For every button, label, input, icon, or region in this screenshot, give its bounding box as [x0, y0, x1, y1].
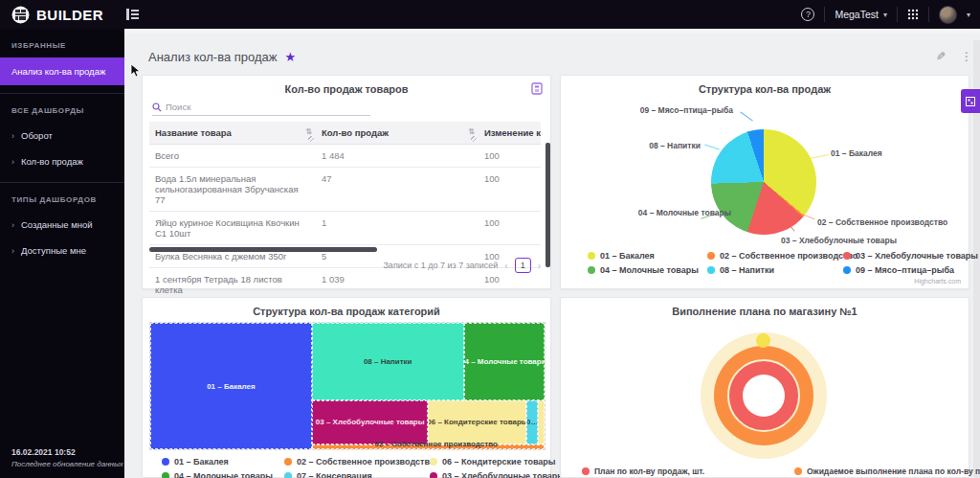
main-content: Анализ кол-ва продаж ★ ✎ ⋮ Кол-во продаж… — [124, 29, 980, 478]
pie-chart[interactable] — [711, 129, 816, 235]
export-icon[interactable] — [531, 81, 543, 99]
page-header: Анализ кол-ва продаж ★ — [148, 50, 296, 64]
gauge-legend: План по кол-ву продаж, шт. Ожидаемое вып… — [582, 467, 980, 476]
legend-item[interactable]: 08 – Напитки — [707, 265, 843, 275]
legend-label: 07 – Консервация — [297, 471, 372, 478]
apps-grid-icon[interactable] — [907, 9, 919, 20]
legend-item[interactable]: 04 – Молочные товары — [162, 471, 284, 478]
legend-label: 06 – Кондитерские товары — [442, 457, 556, 467]
search-box — [152, 102, 370, 116]
sort-icon[interactable]: ⇅ — [468, 127, 475, 136]
favorite-star-icon[interactable]: ★ — [285, 50, 297, 64]
column-resize-handle[interactable] — [308, 136, 314, 142]
chevron-right-icon: › — [11, 246, 14, 256]
legend-item[interactable]: 06 – Кондитерские товары — [430, 457, 581, 467]
user-avatar[interactable] — [939, 6, 957, 24]
cell-qty: 1 484 — [316, 145, 479, 167]
treemap-block[interactable]: 03 – Хлебобулочные товары — [312, 400, 429, 444]
table-vertical-scrollbar[interactable] — [546, 143, 550, 267]
legend-label: 03 – Хлебобулочные товары — [442, 471, 565, 478]
legend-item[interactable]: 02 – Собственное производство — [284, 457, 430, 467]
cell-product: 1 сентября Тетрадь 18 листов клетка — [149, 268, 316, 301]
last-update-note: Последнее обновление данных — [11, 460, 123, 468]
legend-dot — [162, 458, 169, 466]
table-row: Всего 1 484 100 — [149, 145, 541, 168]
legend-item[interactable]: Ожидаемое выполнение плана по кол-ву про… — [794, 467, 980, 476]
sidebar-item-kolvo-prodazh[interactable]: › Кол-во продаж — [0, 148, 124, 174]
legend-dot — [588, 252, 595, 260]
gauge-marker — [756, 333, 770, 348]
card-title: Структура кол-ва продаж — [561, 76, 969, 95]
treemap-block[interactable]: 0… — [526, 400, 538, 444]
column-header-change[interactable]: Изменение кол-ва — [479, 122, 541, 144]
legend-label: Ожидаемое выполнение плана по кол-ву про… — [807, 467, 980, 476]
sidebar-item-oborot[interactable]: › Оборот — [0, 123, 124, 148]
column-header-label: Название товара — [155, 127, 232, 138]
sidebar-item-sozdannye-mnoy[interactable]: › Созданные мной — [0, 212, 124, 238]
legend-item[interactable]: 03 – Хлебобулочные товары — [430, 471, 581, 478]
products-table: Название товара ⇅ Кол-во продаж ⇅ Измене… — [149, 122, 541, 302]
gauge-chart[interactable] — [701, 332, 827, 459]
treemap-block[interactable]: 06 – Кондитерские товары — [428, 400, 526, 444]
legend-label: 03 – Хлебобулочные товары — [856, 251, 978, 261]
sidebar-item-dostupnye-mne[interactable]: › Доступные мне — [0, 238, 124, 263]
sidebar-item-label: Созданные мной — [21, 219, 93, 230]
treemap-block[interactable] — [538, 400, 545, 444]
legend-label: 09 – Мясо–птица–рыба — [856, 265, 954, 275]
legend-item[interactable]: 01 – Бакалея — [162, 457, 284, 467]
legend-dot — [162, 472, 169, 478]
legend-label: 04 – Молочные товары — [174, 471, 273, 478]
label-connector — [740, 112, 753, 122]
cell-change: 100 — [479, 145, 541, 167]
highcharts-credit[interactable]: Highcharts.com — [914, 278, 961, 285]
sidebar-section-dashboard-types: ТИПЫ ДАШБОРДОВ — [0, 183, 124, 212]
chevron-right-icon: › — [11, 131, 14, 141]
sidebar-toggle-icon[interactable] — [126, 9, 139, 20]
legend-item[interactable]: 03 – Хлебобулочные товары — [843, 251, 980, 261]
table-row: Яйцо куриное Косивщина Квочкин С1 10шт 1… — [149, 212, 541, 245]
column-resize-handle[interactable] — [471, 136, 477, 142]
workspace-selector[interactable]: MegaTest ▾ — [835, 9, 887, 20]
legend-dot — [582, 467, 590, 475]
more-options-icon[interactable]: ⋮ — [961, 50, 972, 63]
legend-dot — [430, 458, 437, 466]
help-icon[interactable]: ? — [801, 8, 814, 21]
table-horizontal-scrollbar[interactable] — [149, 247, 377, 252]
treemap-block-label: 04 – Молочные товары — [464, 357, 545, 366]
legend-item[interactable]: 04 – Молочные товары — [588, 265, 707, 275]
filters-panel-button[interactable] — [961, 89, 980, 113]
sidebar-item-analiz-kolva-prodazh[interactable]: Анализ кол-ва продаж — [0, 57, 124, 85]
legend-item[interactable]: 09 – Мясо–птица–рыба — [843, 265, 980, 275]
legend-item[interactable]: 07 – Консервация — [284, 471, 430, 478]
legend-dot — [588, 266, 595, 274]
cell-change: 100 — [479, 268, 541, 301]
legend-item[interactable]: План по кол-ву продаж, шт. — [582, 467, 794, 476]
treemap-block[interactable]: 08 – Напитки — [312, 323, 464, 400]
topbar-divider — [928, 7, 929, 22]
page-number-button[interactable]: 1 — [515, 258, 531, 273]
sort-icon[interactable]: ⇅ — [305, 127, 312, 136]
card-title: Структура кол-ва продаж категорий — [143, 298, 550, 317]
legend-item[interactable]: 02 – Собственное производство — [707, 251, 843, 261]
legend-label: 01 – Бакалея — [600, 251, 655, 261]
treemap-block[interactable]: 04 – Молочные товары — [464, 323, 545, 400]
avatar-chevron-icon[interactable]: ▾ — [967, 11, 970, 19]
legend-label: 02 – Собственное производство — [720, 251, 858, 261]
legend-dot — [707, 266, 715, 274]
search-input[interactable] — [166, 102, 357, 112]
cell-product: Вода 1.5л минеральная сильногазированная… — [149, 168, 316, 211]
edit-pencil-icon[interactable]: ✎ — [936, 50, 946, 63]
column-header-name[interactable]: Название товара ⇅ — [149, 122, 316, 144]
topbar-actions: ? MegaTest ▾ ▾ — [801, 6, 980, 24]
card-plan-gauge: Виполнение плана по магазину №1 План по … — [560, 297, 969, 478]
next-page-icon[interactable]: › — [538, 261, 541, 271]
topbar-divider — [824, 7, 825, 22]
legend-item[interactable]: 01 – Бакалея — [588, 251, 707, 261]
mouse-cursor — [130, 63, 141, 78]
treemap-block[interactable]: 01 – Бакалея — [150, 323, 312, 449]
pagination: Записи с 1 до 7 из 7 записей ‹ 1 › — [383, 258, 541, 273]
cell-change: 100 — [479, 168, 541, 211]
card-title: Виполнение плана по магазину №1 — [561, 298, 969, 317]
prev-page-icon[interactable]: ‹ — [504, 261, 507, 271]
column-header-qty[interactable]: Кол-во продаж ⇅ — [316, 122, 479, 144]
